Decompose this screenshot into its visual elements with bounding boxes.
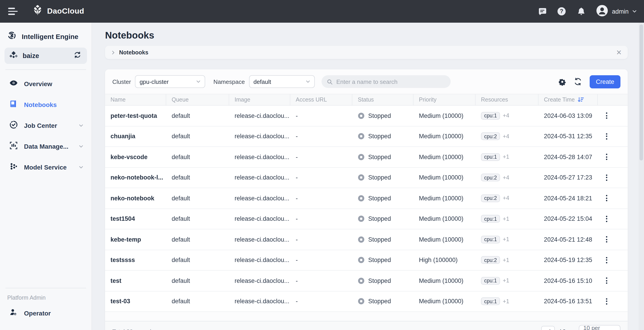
resource-extra-count[interactable]: +1	[503, 236, 509, 243]
svg-text:?: ?	[560, 8, 564, 14]
resource-extra-count[interactable]: +1	[503, 216, 509, 222]
search-input[interactable]	[335, 78, 445, 86]
cell-name[interactable]: neko-notebook-l...	[105, 167, 166, 188]
row-actions-kebab-icon[interactable]	[603, 296, 610, 306]
resource-extra-count[interactable]: +1	[503, 154, 509, 160]
prev-page-icon[interactable]: ‹	[534, 328, 536, 330]
resource-extra-count[interactable]: +4	[503, 133, 509, 140]
resource-chip[interactable]: cpu:1	[481, 277, 500, 285]
table-row[interactable]: test-03 default release-ci.daoclou... - …	[105, 291, 628, 312]
table-row[interactable]: kebe-vscode default release-ci.daoclou..…	[105, 147, 628, 167]
cell-name[interactable]: testssss	[105, 250, 166, 270]
table-row[interactable]: neko-notebook default release-ci.daoclou…	[105, 188, 628, 209]
cell-name[interactable]: test	[105, 271, 166, 291]
column-header-access-url[interactable]: Access URL	[290, 94, 352, 105]
breadcrumb-item[interactable]: Notebooks	[119, 49, 148, 56]
create-button[interactable]: Create	[590, 75, 620, 88]
help-icon[interactable]: ?	[557, 7, 566, 16]
cell-resources: cpu:1 +1	[476, 147, 538, 167]
column-header-priority[interactable]: Priority	[414, 94, 476, 105]
row-actions-kebab-icon[interactable]	[603, 214, 610, 224]
resource-chip[interactable]: cpu:1	[481, 236, 500, 243]
row-actions-kebab-icon[interactable]	[603, 276, 610, 286]
close-icon[interactable]: ✕	[616, 49, 622, 56]
table-row[interactable]: testssss default release-ci.daoclou... -…	[105, 250, 628, 271]
sidebar: Intelligent Engine baize Overview	[0, 23, 92, 330]
resource-chip[interactable]: cpu:2	[481, 256, 500, 264]
resource-extra-count[interactable]: +1	[503, 257, 509, 263]
hamburger-menu-icon[interactable]	[8, 8, 18, 15]
resource-chip[interactable]: cpu:1	[481, 153, 500, 161]
cluster-select[interactable]: gpu-cluster	[135, 75, 205, 88]
cell-name[interactable]: chuanjia	[105, 126, 166, 146]
cell-name[interactable]: peter-test-quota	[105, 106, 166, 126]
column-header-image[interactable]: Image	[229, 94, 290, 105]
table-footer: Total 30 records ‹ / 3 › 10 per page	[105, 321, 628, 330]
cell-priority: Medium (10000)	[414, 147, 476, 167]
user-menu[interactable]: admin	[596, 4, 637, 18]
row-actions-kebab-icon[interactable]	[603, 255, 610, 265]
refresh-icon[interactable]	[574, 78, 582, 86]
message-icon[interactable]	[538, 7, 547, 16]
row-actions-kebab-icon[interactable]	[603, 193, 610, 203]
row-actions-kebab-icon[interactable]	[603, 152, 610, 162]
cell-name[interactable]: kebe-vscode	[105, 147, 166, 167]
table-row[interactable]: neko-notebook-l... default release-ci.da…	[105, 167, 628, 188]
sidebar-item-notebooks[interactable]: Notebooks	[4, 94, 87, 115]
resource-extra-count[interactable]: +1	[503, 298, 509, 305]
column-header-name[interactable]: Name	[105, 94, 166, 105]
column-header-create-time[interactable]: Create Time	[538, 94, 598, 105]
switch-workspace-icon[interactable]	[73, 51, 82, 60]
table-row[interactable]: kebe-temp default release-ci.daoclou... …	[105, 229, 628, 250]
cell-access-url: -	[290, 147, 352, 167]
table-row[interactable]: test1504 default release-ci.daoclou... -…	[105, 209, 628, 229]
column-header-status[interactable]: Status	[352, 94, 414, 105]
namespace-select[interactable]: default	[249, 75, 314, 88]
page-number-input[interactable]	[541, 326, 555, 330]
table-row[interactable]: chuanjia default release-ci.daoclou... -…	[105, 126, 628, 147]
resource-extra-count[interactable]: +1	[503, 278, 509, 284]
sort-descending-icon[interactable]	[578, 97, 584, 103]
resource-chip[interactable]: cpu:2	[481, 174, 500, 182]
settings-gear-icon[interactable]	[558, 78, 566, 86]
row-actions-kebab-icon[interactable]	[603, 111, 610, 121]
sidebar-item-overview[interactable]: Overview	[4, 74, 87, 94]
notifications-bell-icon[interactable]	[576, 7, 586, 16]
cell-access-url: -	[290, 291, 352, 311]
resource-extra-count[interactable]: +4	[503, 175, 509, 181]
cell-create-time: 2024-05-31 12:35	[538, 126, 598, 146]
status-text: Stopped	[368, 195, 391, 202]
status-text: Stopped	[368, 277, 391, 284]
sidebar-item-operator[interactable]: Operator	[4, 303, 87, 324]
brand[interactable]: DaoCloud	[32, 5, 84, 18]
resource-chip[interactable]: cpu:1	[481, 215, 500, 223]
workspace-selector[interactable]: baize	[4, 48, 87, 64]
resource-chip[interactable]: cpu:1	[481, 112, 500, 120]
table-row[interactable]: peter-test-quota default release-ci.daoc…	[105, 106, 628, 126]
resource-chip[interactable]: cpu:2	[481, 194, 500, 202]
page-size-select[interactable]: 10 per page	[579, 325, 620, 330]
scrollbar[interactable]	[638, 23, 644, 330]
scrollbar-thumb[interactable]	[640, 25, 643, 160]
cell-name[interactable]: kebe-temp	[105, 229, 166, 249]
sidebar-item-data-management[interactable]: Data Manage...	[4, 136, 87, 157]
resource-chip[interactable]: cpu:1	[481, 297, 500, 305]
cell-image: release-ci.daoclou...	[229, 229, 290, 249]
resource-chip[interactable]: cpu:2	[481, 133, 500, 140]
cell-name[interactable]: test1504	[105, 209, 166, 229]
resource-extra-count[interactable]: +4	[503, 195, 509, 201]
table-row[interactable]: test default release-ci.daoclou... - Sto…	[105, 271, 628, 291]
row-actions-kebab-icon[interactable]	[603, 235, 610, 244]
row-actions-kebab-icon[interactable]	[603, 173, 610, 183]
row-actions-kebab-icon[interactable]	[603, 131, 610, 141]
column-header-resources[interactable]: Resources	[476, 94, 538, 105]
next-page-icon[interactable]: ›	[570, 328, 572, 330]
sidebar-item-job-center[interactable]: Job Center	[4, 115, 87, 136]
sidebar-item-model-service[interactable]: Model Service	[4, 157, 87, 178]
cell-queue: default	[166, 250, 229, 270]
resource-extra-count[interactable]: +4	[503, 113, 509, 119]
cell-name[interactable]: neko-notebook	[105, 188, 166, 208]
sidebar-divider	[6, 69, 86, 70]
cell-name[interactable]: test-03	[105, 291, 166, 311]
column-header-queue[interactable]: Queue	[166, 94, 229, 105]
